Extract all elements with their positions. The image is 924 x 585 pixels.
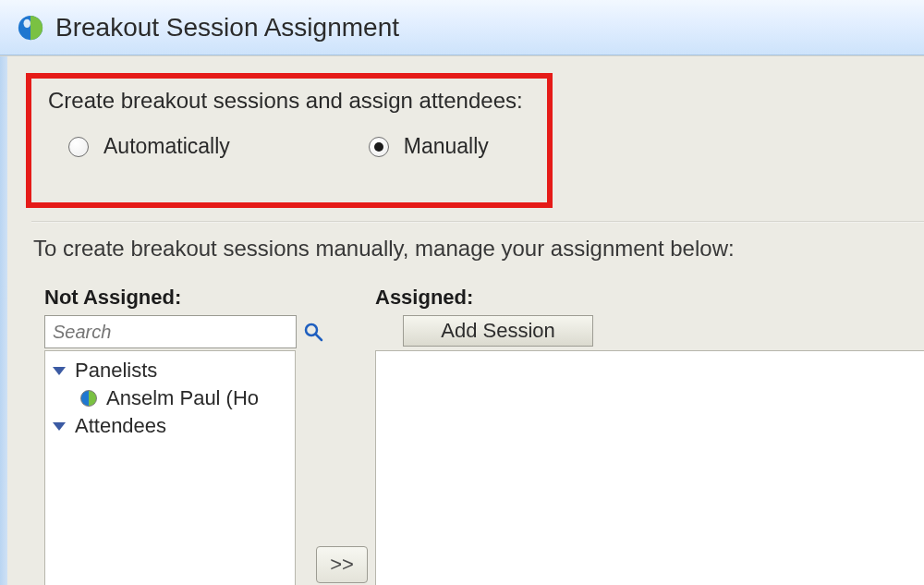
radio-label: Manually [404,134,489,159]
svg-line-3 [316,335,322,340]
tree-group-label: Panelists [75,359,157,383]
mode-radio-group: Automatically Manually [48,134,530,159]
search-wrap [44,315,296,348]
svg-point-1 [24,18,31,27]
move-right-button[interactable]: >> [316,546,368,583]
tree-item-label: Anselm Paul (Ho [106,386,259,410]
radio-icon [68,137,89,157]
radio-label: Automatically [103,134,230,159]
tree-group-attendees[interactable]: Attendees [47,412,293,440]
tree-group-label: Attendees [75,414,166,438]
titlebar: Breakout Session Assignment [0,0,924,55]
window-title: Breakout Session Assignment [55,13,399,43]
add-session-button[interactable]: Add Session [403,315,593,347]
presence-icon [80,390,97,407]
assigned-label: Assigned: [375,286,473,310]
assigned-list[interactable] [375,350,924,585]
mode-heading: Create breakout sessions and assign atte… [48,88,530,114]
search-icon [302,321,324,343]
search-input[interactable] [44,315,297,348]
client-area: Create breakout sessions and assign atte… [0,55,924,585]
tree-group-panelists[interactable]: Panelists [47,357,293,384]
search-button[interactable] [297,315,330,348]
chevron-down-icon [53,367,66,375]
tree-item-panelist[interactable]: Anselm Paul (Ho [47,384,293,412]
not-assigned-label: Not Assigned: [44,286,181,310]
window-left-border [0,56,7,585]
chevron-down-icon [53,422,66,431]
instruction-text: To create breakout sessions manually, ma… [33,236,735,262]
radio-automatically[interactable]: Automatically [68,134,230,159]
app-icon [17,14,44,42]
divider [31,221,924,223]
dialog-window: Breakout Session Assignment Create break… [0,0,924,585]
mode-selection-highlight: Create breakout sessions and assign atte… [26,73,553,208]
radio-icon [369,137,389,157]
participants-tree: Panelists Anselm Paul (Ho Attendees [45,351,295,445]
not-assigned-list[interactable]: Panelists Anselm Paul (Ho Attendees [44,350,296,585]
radio-manually[interactable]: Manually [369,134,489,159]
